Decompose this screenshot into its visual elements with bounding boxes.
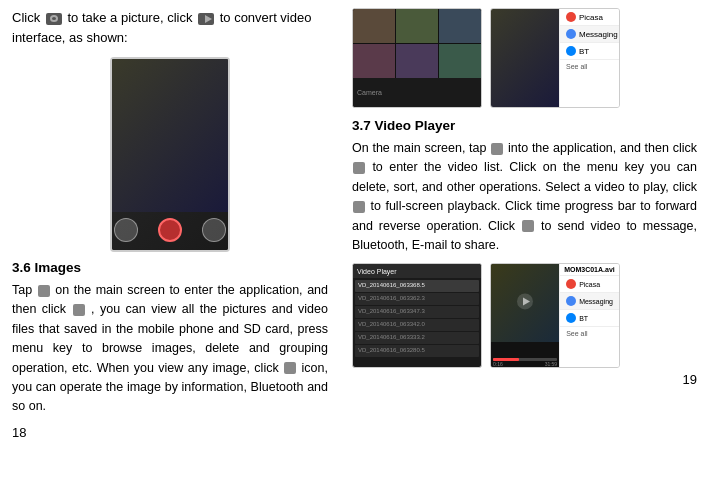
see-all-item: See all (560, 60, 619, 73)
intro-text-1: Click (12, 10, 40, 25)
video-list-screenshot: Video Player VD_20140616_063368.5 VD_201… (352, 263, 482, 368)
camera-controls (112, 218, 228, 242)
thumb-5 (396, 44, 438, 78)
shutter-button[interactable] (158, 218, 182, 242)
share-menu: Picasa Messaging BT See all (559, 9, 619, 107)
bt-item: BT (560, 43, 619, 60)
vid-see-all: See all (560, 327, 619, 340)
bottom-screenshots: Video Player VD_20140616_063368.5 VD_201… (352, 263, 697, 368)
share-bg (491, 9, 559, 107)
video-time-start: 0:16 (493, 361, 503, 367)
thumb-4 (353, 44, 395, 78)
vp-top-bar: Video Player (353, 264, 481, 278)
messaging-icon (566, 29, 576, 39)
vid-messaging-icon (566, 296, 576, 306)
page-number-right: 19 (352, 372, 697, 387)
menu-icon (353, 162, 365, 174)
vp-item-6: VD_20140616_063280.5 (355, 345, 479, 357)
video-main: 0:16 31:59 (491, 264, 559, 367)
thumb-2 (396, 9, 438, 43)
vp-item-2: VD_20140616_063362.3 (355, 293, 479, 305)
picasa-icon (566, 12, 576, 22)
vp-list: VD_20140616_063368.5 VD_20140616_063362.… (353, 278, 481, 360)
images-app-icon (38, 285, 50, 297)
picasa-item: Picasa (560, 9, 619, 26)
vp-item-1: VD_20140616_063368.5 (355, 280, 479, 292)
video-player-app-icon (491, 143, 503, 155)
body-37-1: On the main screen, tap (352, 141, 487, 155)
left-column: Click to take a picture, click to conver… (0, 0, 340, 502)
folder-icon (73, 304, 85, 316)
play-button (517, 293, 533, 309)
ctrl-btn-left (114, 218, 138, 242)
share-menu-screenshot: Picasa Messaging BT See all (490, 8, 620, 108)
gallery-screenshot: Camera (352, 8, 482, 108)
vp-item-5: VD_20140616_063333.2 (355, 332, 479, 344)
thumb-1 (353, 9, 395, 43)
thumb-3 (439, 9, 481, 43)
intro-paragraph: Click to take a picture, click to conver… (12, 8, 328, 47)
body-37-3: to enter the video list. Click on the me… (352, 160, 697, 193)
thumb-6 (439, 44, 481, 78)
ctrl-btn-right (202, 218, 226, 242)
vid-bt-item: BT (560, 310, 619, 327)
bt-icon (566, 46, 576, 56)
vid-share-menu: MOM3C01A.avi Picasa Messaging BT See all (559, 264, 619, 367)
messaging-item: Messaging (560, 26, 619, 43)
vp-item-4: VD_20140616_063342.0 (355, 319, 479, 331)
section-36-heading: 3.6 Images (12, 260, 328, 275)
camera-icon (46, 13, 62, 25)
vp-title: Video Player (357, 268, 397, 275)
top-screenshots: Camera Picasa Messaging BT (352, 8, 697, 108)
vid-messaging-item: Messaging (560, 293, 619, 310)
fullscreen-icon (353, 201, 365, 213)
photo-grid (353, 9, 481, 78)
section-36-body: Tap on the main screen to enter the appl… (12, 281, 328, 417)
photo-preview (112, 59, 228, 212)
vp-item-3: VD_20140616_063347.3 (355, 306, 479, 318)
video-duration: 31:59 (545, 361, 558, 367)
page-number-left: 18 (12, 425, 328, 440)
right-column: Camera Picasa Messaging BT (340, 0, 709, 502)
section-37-body: On the main screen, tap into the applica… (352, 139, 697, 255)
camera-screenshot: 00:11 (110, 57, 230, 252)
body-tap: Tap (12, 283, 32, 297)
info-icon (284, 362, 296, 374)
intro-text-2: to take a picture, click (67, 10, 192, 25)
video-icon (198, 13, 214, 25)
vid-picasa-icon (566, 279, 576, 289)
share-icon (522, 220, 534, 232)
vid-picasa-item: Picasa (560, 276, 619, 293)
section-37-heading: 3.7 Video Player (352, 118, 697, 133)
vid-bt-icon (566, 313, 576, 323)
body-37-2: into the application, and then click (508, 141, 697, 155)
vid-filename: MOM3C01A.avi (560, 264, 619, 276)
camera-screenshot-container: 00:11 (12, 57, 328, 252)
video-playing-screenshot: 0:16 31:59 MOM3C01A.avi Picasa Messaging… (490, 263, 620, 368)
